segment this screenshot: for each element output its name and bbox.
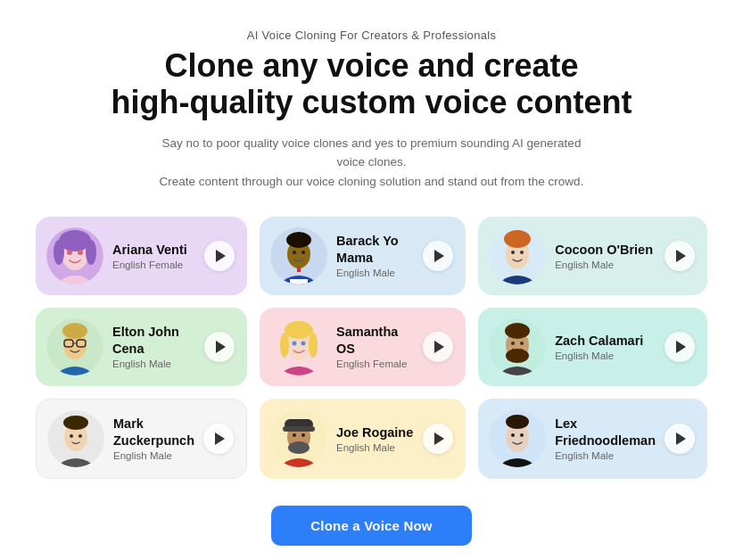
- voice-info-ariana-venti: Ariana Venti English Female: [112, 242, 195, 270]
- voice-meta-barack-yo-mama: English Male: [336, 268, 414, 278]
- avatar-samantha-os: [270, 318, 327, 375]
- svg-point-7: [78, 250, 83, 255]
- svg-point-63: [520, 433, 524, 437]
- avatar-zach-calamari: [489, 318, 546, 375]
- play-button-joe-rogaine[interactable]: [423, 424, 453, 454]
- svg-point-20: [511, 251, 515, 254]
- avatar-elton-john-cena: [46, 318, 103, 375]
- voice-card-joe-rogaine: Joe Rogaine English Male: [260, 399, 466, 479]
- svg-point-43: [520, 342, 524, 345]
- voice-grid: Ariana Venti English Female Barack Yo Ma…: [36, 217, 707, 479]
- svg-point-19: [504, 230, 531, 248]
- voice-card-samantha-os: Samantha OS English Female: [260, 308, 466, 386]
- voice-meta-mark-zuckerpunch: English Male: [113, 450, 194, 461]
- voice-meta-ariana-venti: English Female: [112, 259, 195, 270]
- svg-point-12: [286, 232, 311, 248]
- voice-meta-samantha-os: English Female: [336, 358, 414, 369]
- voice-info-cocoon-obrien: Cocoon O'Brien English Male: [555, 242, 656, 270]
- page-description: Say no to poor quality voice clones and …: [149, 134, 595, 192]
- avatar-ariana-venti: [46, 227, 103, 284]
- svg-point-56: [293, 433, 296, 437]
- svg-point-5: [86, 240, 96, 265]
- voice-name-zach-calamari: Zach Calamari: [555, 333, 656, 349]
- voice-card-barack-yo-mama: Barack Yo Mama English Male: [260, 217, 466, 295]
- avatar-joe-rogaine: [270, 410, 327, 467]
- play-button-elton-john-cena[interactable]: [204, 332, 235, 362]
- voice-info-barack-yo-mama: Barack Yo Mama English Male: [336, 233, 414, 277]
- svg-point-33: [280, 333, 289, 358]
- voice-info-lex-friednoodleman: Lex Friednoodleman English Male: [555, 416, 656, 460]
- svg-point-6: [67, 250, 72, 255]
- svg-rect-15: [297, 267, 301, 272]
- svg-point-47: [63, 416, 88, 430]
- voice-info-samantha-os: Samantha OS English Female: [336, 324, 414, 368]
- svg-point-57: [301, 433, 305, 437]
- voice-name-joe-rogaine: Joe Rogaine: [336, 424, 414, 441]
- voice-meta-elton-john-cena: English Male: [112, 358, 195, 369]
- voice-name-mark-zuckerpunch: Mark Zuckerpunch: [113, 416, 194, 448]
- svg-point-40: [505, 323, 530, 339]
- svg-point-55: [288, 441, 310, 454]
- voice-card-cocoon-obrien: Cocoon O'Brien English Male: [478, 217, 707, 295]
- svg-point-32: [285, 321, 313, 339]
- avatar-mark-zuckerpunch: [47, 410, 104, 467]
- page-subtitle: AI Voice Cloning For Creators & Professi…: [36, 29, 707, 42]
- voice-name-elton-john-cena: Elton John Cena: [112, 324, 195, 356]
- voice-info-elton-john-cena: Elton John Cena English Male: [112, 324, 195, 368]
- page-title: Clone any voice and create high-quality …: [36, 47, 707, 121]
- play-button-barack-yo-mama[interactable]: [423, 241, 453, 271]
- svg-point-42: [511, 342, 515, 345]
- svg-point-36: [301, 341, 306, 345]
- voice-name-cocoon-obrien: Cocoon O'Brien: [555, 242, 656, 258]
- voice-card-mark-zuckerpunch: Mark Zuckerpunch English Male: [36, 399, 247, 479]
- voice-info-zach-calamari: Zach Calamari English Male: [555, 333, 656, 361]
- svg-rect-54: [283, 426, 315, 432]
- clone-voice-button[interactable]: Clone a Voice Now: [271, 506, 471, 546]
- voice-card-elton-john-cena: Elton John Cena English Male: [36, 308, 247, 386]
- svg-point-35: [293, 341, 297, 345]
- svg-rect-10: [290, 279, 308, 284]
- voice-meta-lex-friednoodleman: English Male: [555, 450, 656, 461]
- voice-card-ariana-venti: Ariana Venti English Female: [36, 217, 247, 295]
- avatar-cocoon-obrien: [489, 227, 546, 284]
- voice-info-joe-rogaine: Joe Rogaine English Male: [336, 424, 414, 453]
- voice-card-lex-friednoodleman: Lex Friednoodleman English Male: [478, 399, 707, 479]
- avatar-barack-yo-mama: [270, 227, 327, 284]
- voice-card-zach-calamari: Zach Calamari English Male: [478, 308, 707, 386]
- page: AI Voice Cloning For Creators & Professi…: [0, 0, 743, 560]
- play-button-lex-friednoodleman[interactable]: [665, 424, 695, 454]
- svg-point-25: [62, 323, 87, 339]
- play-button-mark-zuckerpunch[interactable]: [203, 424, 234, 454]
- play-button-zach-calamari[interactable]: [665, 332, 695, 362]
- avatar-lex-friednoodleman: [489, 410, 546, 467]
- svg-point-13: [293, 251, 296, 254]
- voice-name-lex-friednoodleman: Lex Friednoodleman: [555, 416, 656, 448]
- voice-name-barack-yo-mama: Barack Yo Mama: [336, 233, 414, 265]
- svg-point-49: [78, 434, 82, 438]
- voice-meta-zach-calamari: English Male: [555, 350, 656, 361]
- svg-point-34: [309, 333, 318, 358]
- play-button-samantha-os[interactable]: [423, 332, 453, 362]
- voice-name-samantha-os: Samantha OS: [336, 324, 414, 356]
- svg-point-4: [54, 240, 64, 265]
- voice-meta-cocoon-obrien: English Male: [555, 259, 656, 270]
- play-button-cocoon-obrien[interactable]: [665, 241, 695, 271]
- voice-name-ariana-venti: Ariana Venti: [112, 242, 195, 258]
- svg-point-62: [511, 433, 515, 437]
- svg-point-61: [506, 415, 529, 429]
- svg-point-14: [301, 251, 305, 254]
- voice-meta-joe-rogaine: English Male: [336, 442, 414, 453]
- play-button-ariana-venti[interactable]: [204, 241, 235, 271]
- svg-point-48: [70, 434, 73, 438]
- svg-point-21: [520, 251, 524, 254]
- voice-info-mark-zuckerpunch: Mark Zuckerpunch English Male: [113, 416, 194, 460]
